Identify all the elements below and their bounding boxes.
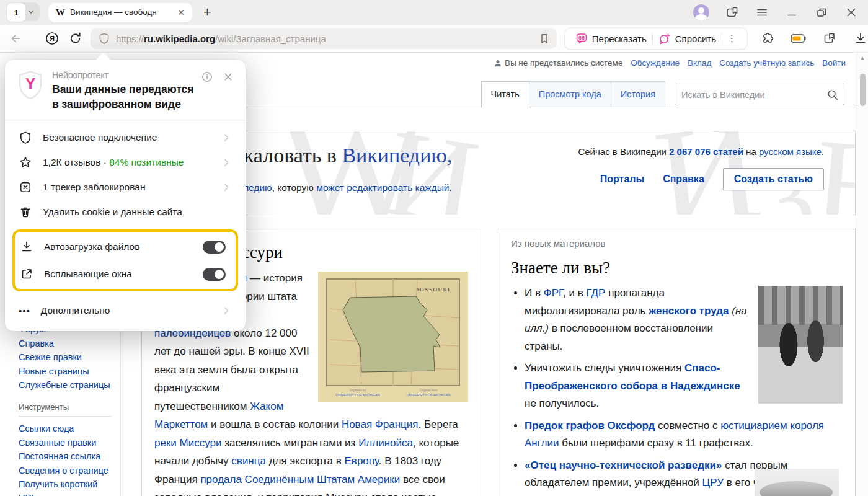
popup-windows-toggle[interactable] bbox=[203, 268, 226, 281]
sidebar-link[interactable]: Справка bbox=[19, 337, 114, 351]
sidebar-tools-header: Инструменты bbox=[19, 401, 112, 417]
sidebar-link[interactable]: Связанные правки bbox=[19, 436, 114, 450]
text-segment: заселялись мигрантами из bbox=[221, 437, 358, 449]
inline-link[interactable]: ФРГ bbox=[544, 287, 563, 299]
yandex-home-icon[interactable]: Я bbox=[45, 31, 60, 46]
protect-shield-icon[interactable] bbox=[98, 32, 110, 45]
address-bar[interactable]: https://ru.wikipedia.org/wiki/Заглавная_… bbox=[91, 28, 557, 49]
chevron-right-icon bbox=[221, 157, 232, 168]
text-segment: для экспорта в bbox=[266, 455, 345, 467]
secure-connection-row[interactable]: Безопасное подключение bbox=[5, 125, 246, 150]
inline-link[interactable]: «Отец научно-технической разведки» bbox=[525, 459, 722, 471]
dyk-photo-women-rubble[interactable] bbox=[758, 286, 843, 404]
help-link[interactable]: Справка bbox=[663, 174, 704, 185]
inline-link[interactable]: 2 067 076 статей bbox=[669, 146, 743, 157]
profile-avatar[interactable] bbox=[693, 4, 709, 20]
ask-button[interactable]: Спросить bbox=[653, 32, 722, 45]
search-input[interactable] bbox=[675, 90, 826, 100]
delete-cookies-row[interactable]: Удалить cookie и данные сайта bbox=[5, 200, 246, 224]
battery-icon[interactable] bbox=[790, 32, 807, 45]
wiki-page-tab[interactable]: История bbox=[611, 81, 665, 107]
wikipedia-favicon: W bbox=[56, 7, 65, 18]
maximize-restore-icon[interactable] bbox=[815, 6, 828, 19]
more-dots-icon: ••• bbox=[19, 306, 30, 316]
personal-link[interactable]: Вклад bbox=[688, 58, 711, 68]
downloads-icon[interactable] bbox=[853, 31, 868, 46]
svg-text:Y: Y bbox=[25, 75, 36, 92]
browser-tab-wikipedia[interactable]: W Википедия — свободн ✕ bbox=[48, 3, 192, 22]
portals-link[interactable]: Порталы bbox=[600, 174, 644, 185]
wikipedia-link[interactable]: Википедию, bbox=[342, 144, 452, 167]
wiki-page-tab[interactable]: Читать bbox=[481, 81, 529, 108]
dyk-topper: Из новых материалов bbox=[511, 238, 843, 249]
inline-link[interactable]: русском языке bbox=[759, 146, 822, 157]
tab-counter-button[interactable]: 1 bbox=[6, 2, 26, 22]
personal-link[interactable]: Войти bbox=[822, 58, 846, 68]
popup-window-icon bbox=[20, 267, 33, 281]
autodownload-toggle[interactable] bbox=[203, 241, 226, 254]
scrollbar-thumb[interactable] bbox=[860, 74, 866, 106]
create-article-button[interactable]: Создать статью bbox=[723, 168, 824, 190]
tracker-blocked-row[interactable]: 1 трекер заблокирован bbox=[5, 175, 246, 200]
popup-brand: Нейропротект bbox=[52, 70, 193, 80]
inline-link[interactable]: свинца bbox=[231, 455, 266, 467]
search-icon[interactable] bbox=[826, 89, 839, 101]
dyk-heading: Знаете ли вы? bbox=[511, 259, 843, 278]
close-window-icon[interactable] bbox=[844, 6, 858, 19]
sidebar-link[interactable]: Свежие правки bbox=[19, 351, 114, 365]
chevron-down-icon bbox=[26, 7, 36, 17]
text-segment: около 12 000 лет до нашей эры. В конце X… bbox=[154, 327, 309, 412]
back-icon[interactable] bbox=[9, 32, 22, 45]
sidebar-link[interactable]: Получить короткий URL bbox=[19, 478, 114, 496]
extensions-puzzle-icon[interactable] bbox=[760, 31, 775, 46]
ask-chat-icon bbox=[658, 32, 671, 45]
bookmark-icon[interactable] bbox=[538, 32, 551, 45]
sidebar-link[interactable]: Постоянная ссылка bbox=[19, 450, 114, 464]
side-panel-icon[interactable] bbox=[725, 6, 739, 19]
tab-title: Википедия — свободн bbox=[70, 7, 175, 18]
inline-link[interactable]: ЦРУ bbox=[702, 477, 724, 489]
wiki-page-tab[interactable]: Просмотр кода bbox=[529, 81, 611, 107]
collections-icon[interactable] bbox=[822, 31, 837, 46]
retell-button[interactable]: 66 Пересказать bbox=[570, 32, 652, 45]
url-path: /wiki/Заглавная_страница bbox=[215, 33, 326, 44]
svg-text:UNIVERSITY OF MICHIGAN: UNIVERSITY OF MICHIGAN bbox=[406, 393, 450, 397]
inline-link[interactable]: женского труда bbox=[649, 305, 728, 317]
info-icon[interactable] bbox=[201, 71, 213, 83]
wiki-search-box[interactable] bbox=[675, 84, 844, 105]
missouri-map-image[interactable]: MISSOURI Digitized by Original from UNIV… bbox=[318, 272, 468, 402]
inline-link[interactable]: Иллинойса bbox=[358, 437, 413, 449]
personal-link[interactable]: Создать учётную запись bbox=[719, 58, 814, 68]
pill-overflow-icon[interactable]: ⋮ bbox=[722, 33, 742, 44]
menu-icon[interactable] bbox=[755, 6, 769, 19]
browser-window: 1 W Википедия — свободн ✕ + bbox=[0, 0, 868, 496]
popup-windows-row[interactable]: Всплывающие окна bbox=[15, 260, 236, 288]
close-popup-icon[interactable] bbox=[222, 71, 234, 83]
inline-link[interactable]: Новая Франция bbox=[342, 418, 418, 430]
shield-icon bbox=[19, 131, 32, 144]
sidebar-link[interactable]: Служебные страницы bbox=[19, 379, 114, 392]
more-settings-row[interactable]: ••• Дополнительно bbox=[5, 298, 246, 324]
protect-popup: Y Нейропротект Ваши данные передаются в … bbox=[5, 60, 246, 331]
inline-link[interactable]: продала Соединённым Штатам Америки bbox=[200, 474, 400, 485]
inline-link[interactable]: Европу bbox=[345, 455, 379, 467]
page-scrollbar[interactable]: ▲ bbox=[857, 53, 868, 496]
sidebar-link[interactable]: Ссылки сюда bbox=[19, 422, 114, 436]
inline-link[interactable]: ГДР bbox=[587, 287, 606, 299]
refresh-icon[interactable] bbox=[68, 31, 83, 46]
reviews-row[interactable]: 1,2К отзывов · 84% позитивные bbox=[5, 150, 246, 175]
minimize-icon[interactable] bbox=[785, 6, 799, 19]
sidebar-link[interactable]: Новые страницы bbox=[19, 365, 114, 379]
personal-link[interactable]: Обсуждение bbox=[631, 58, 680, 68]
sidebar-link[interactable]: Сведения о странице bbox=[19, 464, 114, 478]
tab-close-icon[interactable]: ✕ bbox=[175, 7, 187, 17]
inline-link[interactable]: Предок графов Оксфорд bbox=[525, 420, 655, 432]
inline-link[interactable]: может редактировать bbox=[316, 182, 412, 193]
inline-link[interactable]: реки Миссури bbox=[154, 437, 221, 449]
scroll-up-arrow-icon[interactable]: ▲ bbox=[860, 55, 865, 61]
dyk-photo-dirigible[interactable] bbox=[755, 469, 839, 496]
new-tab-button[interactable]: + bbox=[200, 6, 215, 19]
autodownload-row[interactable]: Автозагрузка файлов bbox=[15, 233, 236, 260]
inline-link[interactable]: каждый bbox=[415, 182, 450, 193]
url-scheme: https:// bbox=[116, 33, 144, 44]
